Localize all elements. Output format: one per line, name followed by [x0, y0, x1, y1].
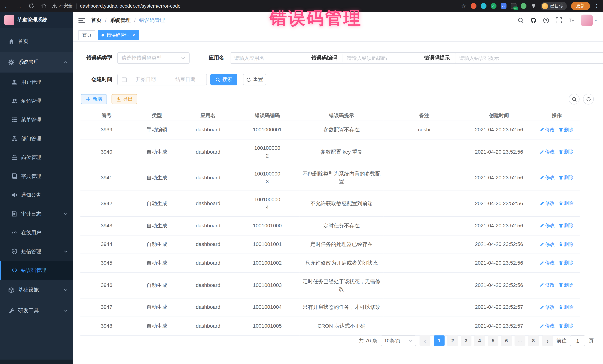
reload-icon[interactable]: [28, 3, 34, 9]
pager-page-button-3[interactable]: 3: [461, 335, 471, 346]
pager-page-button-2[interactable]: 2: [447, 335, 458, 346]
edit-button[interactable]: 修改: [540, 222, 555, 229]
cell-time: 2021-04-20 23:52:57: [465, 298, 533, 317]
toggle-search-button[interactable]: [569, 94, 580, 105]
home-icon[interactable]: [41, 3, 46, 9]
export-button[interactable]: 导出: [112, 94, 137, 104]
security-indicator[interactable]: 不安全: [52, 3, 73, 9]
hamburger-icon[interactable]: [73, 17, 90, 23]
sidebar-item-audit-log[interactable]: 审计日志: [0, 204, 73, 223]
close-icon[interactable]: ×: [132, 32, 135, 38]
address-url[interactable]: dashboard.yudao.iocoder.cn/system/error-…: [80, 3, 181, 9]
refresh-table-button[interactable]: [583, 94, 594, 105]
user-avatar-menu[interactable]: ▾: [581, 15, 597, 26]
delete-button[interactable]: 删除: [559, 303, 574, 311]
sidebar-item-dept[interactable]: 部门管理: [0, 129, 73, 148]
cell-type: 自动生成: [133, 235, 181, 254]
edit-button[interactable]: 修改: [540, 322, 555, 330]
blue-extension-icon[interactable]: ∷: [500, 3, 506, 9]
pager-page-button-6[interactable]: 6: [501, 335, 512, 346]
cell-operations: 修改删除: [533, 272, 580, 298]
tomato-extension-icon[interactable]: [471, 3, 476, 9]
sidebar-item-sms[interactable]: 短信管理: [0, 242, 73, 261]
delete-button[interactable]: 删除: [559, 322, 574, 330]
pin-icon[interactable]: [531, 3, 536, 9]
goto-page-input[interactable]: [570, 335, 585, 346]
error-type-select[interactable]: 请选择错误码类型: [117, 52, 190, 64]
delete-button[interactable]: 删除: [559, 240, 574, 248]
cell-remark: [383, 317, 465, 335]
sidebar-item-system[interactable]: 系统管理: [0, 52, 73, 73]
forward-icon[interactable]: →: [16, 3, 22, 9]
create-time-range-picker[interactable]: 开始日期 - 结束日期: [117, 74, 207, 85]
delete-icon: [559, 324, 563, 328]
sidebar-item-online-user[interactable]: 在线用户: [0, 223, 73, 242]
search-icon[interactable]: [518, 17, 524, 23]
goto-label: 前往: [557, 337, 567, 344]
back-icon[interactable]: ←: [4, 3, 10, 9]
pager-more-button[interactable]: ...: [514, 335, 525, 346]
notice-icon: [12, 192, 17, 198]
sidebar-item-post[interactable]: 岗位管理: [0, 148, 73, 167]
edit-button[interactable]: 修改: [540, 281, 555, 289]
app-logo[interactable]: 芋道管理系统: [0, 12, 73, 28]
sidebar-item-error-code[interactable]: 错误码管理: [0, 261, 73, 280]
teal-extension-icon[interactable]: [481, 3, 486, 9]
sidebar-item-notice[interactable]: 通知公告: [0, 186, 73, 204]
green-extension-icon[interactable]: [521, 3, 526, 9]
breadcrumb-item[interactable]: 系统管理: [110, 17, 131, 24]
sidebar-item-infra[interactable]: 基础设施: [0, 280, 73, 300]
fullscreen-icon[interactable]: [556, 17, 562, 23]
total-count: 共 76 条: [359, 337, 377, 344]
profile-paused-badge[interactable]: 已暂停: [541, 2, 567, 10]
edit-button[interactable]: 修改: [540, 303, 555, 311]
font-size-icon[interactable]: [568, 17, 574, 23]
edit-button[interactable]: 修改: [540, 126, 555, 133]
kebab-menu-icon[interactable]: ⋮: [594, 3, 599, 9]
switch-extension-icon[interactable]: on: [510, 3, 516, 9]
reset-button[interactable]: 重置: [243, 74, 266, 85]
search-button[interactable]: 搜索: [210, 74, 237, 85]
delete-button[interactable]: 删除: [559, 222, 574, 229]
tab-首页[interactable]: 首页: [79, 30, 95, 40]
sidebar-item-home[interactable]: 首页: [0, 31, 73, 52]
help-icon[interactable]: [543, 17, 549, 23]
sidebar-item-dev-tool[interactable]: 研发工具: [0, 300, 73, 321]
error-msg-input[interactable]: [455, 52, 603, 64]
pager-prev-button[interactable]: ‹: [419, 335, 430, 346]
add-button[interactable]: 新增: [81, 94, 107, 104]
page-size-select[interactable]: 10条/页: [381, 335, 416, 346]
breadcrumb-item[interactable]: 首页: [91, 17, 102, 24]
pager-page-button-4[interactable]: 4: [474, 335, 485, 346]
edit-button[interactable]: 修改: [540, 199, 555, 207]
edit-icon: [540, 283, 544, 287]
github-icon[interactable]: [530, 17, 536, 23]
edit-button[interactable]: 修改: [540, 240, 555, 248]
on-badge: on: [513, 7, 518, 10]
pager-page-button-1[interactable]: 1: [434, 335, 445, 346]
delete-button[interactable]: 删除: [559, 259, 574, 266]
update-button[interactable]: 更新: [571, 2, 590, 10]
tab-错误码管理[interactable]: 错误码管理×: [98, 30, 139, 40]
check-extension-icon[interactable]: ✓: [491, 3, 496, 9]
pager-next-button[interactable]: ›: [542, 335, 553, 346]
table-row: 3939手动编辑dashboard1001000001参数配置不存在ceshi2…: [80, 121, 580, 139]
edit-button[interactable]: 修改: [540, 148, 555, 156]
sidebar-item-dict[interactable]: 字典管理: [0, 167, 73, 186]
sidebar-item-menu[interactable]: 菜单管理: [0, 110, 73, 129]
pager-page-button-5[interactable]: 5: [487, 335, 498, 346]
sidebar-item-label: 审计日志: [21, 210, 41, 217]
cell-msg: 参数配置 key 重复: [300, 139, 383, 165]
delete-button[interactable]: 删除: [559, 281, 574, 289]
delete-button[interactable]: 删除: [559, 148, 574, 156]
edit-button[interactable]: 修改: [540, 174, 555, 181]
sidebar-item-user[interactable]: 用户管理: [0, 73, 73, 92]
delete-button[interactable]: 删除: [559, 174, 574, 181]
delete-button[interactable]: 删除: [559, 199, 574, 207]
edit-button[interactable]: 修改: [540, 259, 555, 266]
bookmark-star-icon[interactable]: ☆: [461, 3, 466, 9]
sidebar-item-role[interactable]: 角色管理: [0, 91, 73, 110]
pager-page-button-8[interactable]: 8: [528, 335, 539, 346]
edit-button-label: 修改: [545, 322, 555, 330]
delete-button[interactable]: 删除: [559, 126, 574, 133]
